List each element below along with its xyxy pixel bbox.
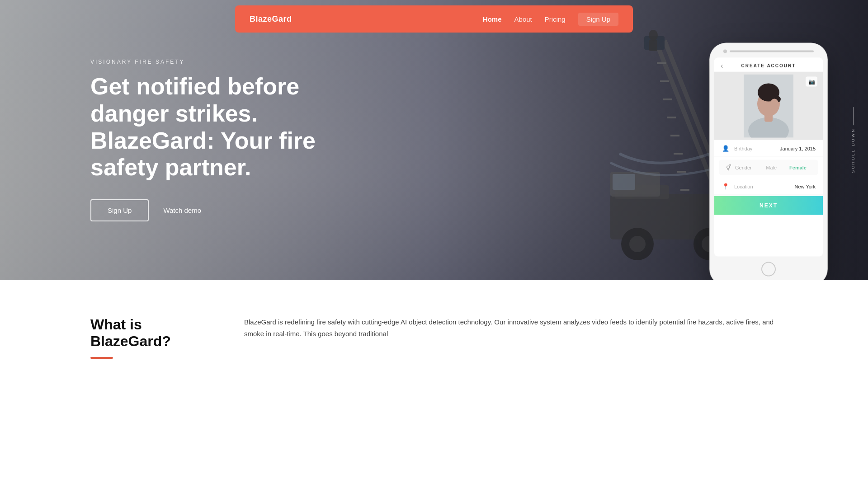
phone-speaker-dot xyxy=(723,50,727,53)
phone-bottom-bar xyxy=(714,257,823,279)
what-is-right-col: BlazeGard is redefining fire safety with… xyxy=(244,316,778,339)
svg-point-13 xyxy=(629,236,646,252)
svg-point-27 xyxy=(770,99,779,112)
phone-gender-row: ⚥ Gender Male Female xyxy=(719,160,818,175)
phone-location-row: 📍 Location New York xyxy=(714,178,823,195)
nav-links: Home About Pricing Sign Up xyxy=(483,13,618,26)
hero-demo-button[interactable]: Watch demo xyxy=(163,206,201,214)
what-is-left-col: What is BlazeGard? xyxy=(90,316,208,359)
scroll-down-indicator: SCROLL DOWN xyxy=(851,107,855,173)
location-value[interactable]: New York xyxy=(795,183,816,189)
hero-buttons: Sign Up Watch demo xyxy=(90,199,326,221)
gender-label: Gender xyxy=(735,165,758,170)
svg-rect-17 xyxy=(613,174,635,190)
svg-point-19 xyxy=(649,30,658,41)
phone-screen: ‹ CREATE ACCOUNT xyxy=(714,58,823,257)
scroll-down-text: SCROLL DOWN xyxy=(851,128,855,173)
hero-tagline: VISIONARY FIRE SAFETY xyxy=(90,59,326,65)
hero-section: VISIONARY FIRE SAFETY Get notified befor… xyxy=(0,0,868,280)
navbar: BlazeGard Home About Pricing Sign Up xyxy=(235,5,633,33)
scroll-down-line xyxy=(853,107,854,125)
phone-next-button[interactable]: NEXT xyxy=(714,196,823,215)
gender-female-option[interactable]: Female xyxy=(785,164,811,172)
brand-logo[interactable]: BlazeGard xyxy=(250,14,292,24)
phone-birthday-row: 👤 Birthday January 1, 2015 xyxy=(714,140,823,157)
gender-icon: ⚥ xyxy=(726,164,731,171)
what-is-description: BlazeGard is redefining fire safety with… xyxy=(244,316,778,339)
gender-male-option[interactable]: Male xyxy=(761,164,781,172)
location-icon: 📍 xyxy=(722,183,730,190)
birthday-value[interactable]: January 1, 2015 xyxy=(780,145,816,151)
what-is-underline xyxy=(90,357,113,359)
nav-home[interactable]: Home xyxy=(483,15,502,23)
phone-speaker-bar xyxy=(730,51,814,52)
nav-signup[interactable]: Sign Up xyxy=(578,13,618,26)
hero-title: Get notified before danger strikes. Blaz… xyxy=(90,73,326,181)
camera-icon[interactable]: 📷 xyxy=(806,77,817,87)
phone-outer-shell: ‹ CREATE ACCOUNT xyxy=(710,43,827,280)
location-label: Location xyxy=(734,183,790,189)
phone-home-button[interactable] xyxy=(761,262,776,277)
phone-mockup: ‹ CREATE ACCOUNT xyxy=(710,43,827,280)
what-is-section: What is BlazeGard? BlazeGard is redefini… xyxy=(0,280,868,386)
profile-photo-silhouette xyxy=(744,75,793,138)
svg-rect-20 xyxy=(649,40,657,51)
birthday-icon: 👤 xyxy=(722,145,730,152)
phone-top-bar xyxy=(714,50,823,53)
birthday-label: Birthday xyxy=(734,145,775,151)
phone-fields: 👤 Birthday January 1, 2015 ⚥ Gender Male… xyxy=(714,140,823,195)
hero-signup-button[interactable]: Sign Up xyxy=(90,199,149,221)
what-is-title: What is BlazeGard? xyxy=(90,316,208,350)
nav-about[interactable]: About xyxy=(514,15,532,23)
back-arrow-icon[interactable]: ‹ xyxy=(721,61,723,70)
phone-screen-title: CREATE ACCOUNT xyxy=(741,63,796,68)
nav-pricing[interactable]: Pricing xyxy=(545,15,566,23)
phone-screen-header: ‹ CREATE ACCOUNT xyxy=(714,58,823,72)
hero-content: VISIONARY FIRE SAFETY Get notified befor… xyxy=(0,59,326,221)
phone-profile-area: 📷 xyxy=(714,72,823,140)
